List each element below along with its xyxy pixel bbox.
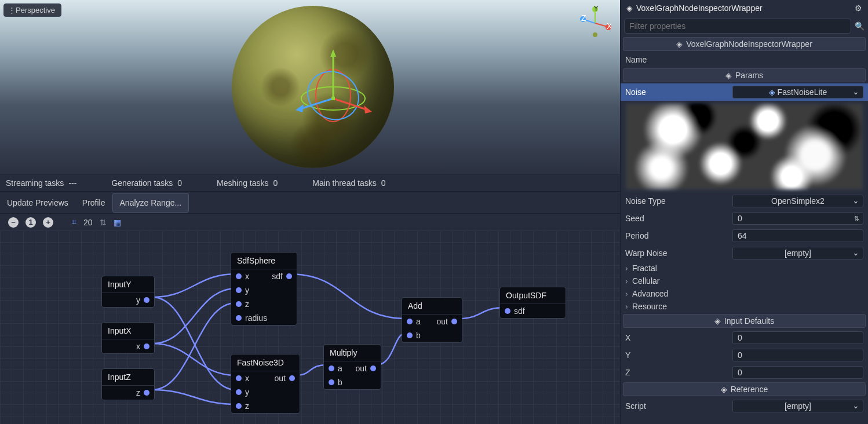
svg-point-33 <box>593 32 597 37</box>
input-default-x[interactable]: 0 <box>732 331 863 344</box>
settings-icon[interactable]: ⚙ <box>855 3 862 13</box>
zoom-in-icon[interactable]: + <box>43 217 53 228</box>
search-icon[interactable]: 🔍 <box>855 21 865 31</box>
noise-type-dropdown[interactable]: OpenSimplex2 <box>732 195 863 207</box>
noise-preview-image <box>625 103 863 190</box>
svg-text:Z: Z <box>581 13 586 23</box>
node-title: FastNoise3D <box>231 354 300 371</box>
status-bar: Streaming tasks--- Generation tasks0 Mes… <box>0 174 620 191</box>
inspector-panel: ◈VoxelGraphNodeInspectorWrapper ⚙ 🔍 ◈Vox… <box>620 0 868 424</box>
node-add[interactable]: Add aout b <box>402 297 462 343</box>
period-label: Period <box>625 231 732 240</box>
profile-button[interactable]: Profile <box>75 193 112 212</box>
noise-property-row[interactable]: Noise ◈ FastNoiseLite <box>621 83 868 101</box>
params-header: ◈Params <box>623 68 866 82</box>
input-default-z[interactable]: 0 <box>732 366 863 379</box>
port-in[interactable] <box>236 403 242 409</box>
node-multiply[interactable]: Multiply aout b <box>323 344 381 390</box>
zoom-out-icon[interactable]: − <box>8 217 19 228</box>
zoom-value: 20 <box>83 218 93 227</box>
node-input-x[interactable]: InputX x <box>101 322 155 354</box>
warp-noise-label: Warp Noise <box>625 248 732 258</box>
port-in[interactable] <box>407 319 413 324</box>
port-out[interactable] <box>370 365 376 371</box>
port-in[interactable] <box>236 301 242 307</box>
mainthread-tasks-value: 0 <box>381 178 386 188</box>
port-out[interactable] <box>144 390 149 396</box>
svg-line-24 <box>595 23 607 27</box>
viewport-3d[interactable]: X Y Z Perspective <box>0 0 620 174</box>
input-default-y[interactable]: 0 <box>732 349 863 361</box>
noise-type-label: Noise Type <box>625 196 732 206</box>
node-input-z[interactable]: InputZ z <box>101 368 155 400</box>
streaming-tasks-label: Streaming tasks <box>6 178 64 188</box>
node-output-sdf[interactable]: OutputSDF sdf <box>499 287 566 319</box>
port-in[interactable] <box>236 315 242 321</box>
mainthread-tasks-label: Main thread tasks <box>312 178 377 188</box>
meshing-tasks-value: 0 <box>273 178 278 188</box>
port-out[interactable] <box>451 319 457 324</box>
update-previews-button[interactable]: Update Previews <box>0 193 75 212</box>
minimap-icon[interactable]: ▦ <box>114 218 121 227</box>
port-in[interactable] <box>236 375 242 381</box>
inspector-title: VoxelGraphNodeInspectorWrapper <box>636 3 763 13</box>
script-label: Script <box>625 401 732 411</box>
cube-icon: ◈ <box>626 3 633 13</box>
generation-tasks-label: Generation tasks <box>111 178 173 188</box>
fractal-group[interactable]: Fractal <box>621 262 868 275</box>
filter-properties-input[interactable] <box>624 19 851 34</box>
name-label: Name <box>625 55 732 64</box>
node-sdf-sphere[interactable]: SdfSphere xsdf y z radius <box>231 252 297 326</box>
seed-input[interactable]: 0 <box>732 212 863 225</box>
script-dropdown[interactable]: [empty] <box>732 400 863 412</box>
node-title: Multiply <box>324 345 381 361</box>
port-in[interactable] <box>329 365 334 371</box>
snap-icon[interactable]: ⌗ <box>72 217 76 227</box>
port-in[interactable] <box>505 308 510 314</box>
axis-orientation-widget[interactable]: X Y Z <box>579 6 611 38</box>
warp-noise-dropdown[interactable]: [empty] <box>732 247 863 259</box>
streaming-tasks-value: --- <box>68 178 76 188</box>
noise-resource-dropdown[interactable]: ◈ FastNoiseLite <box>732 86 863 98</box>
input-default-x-label: X <box>625 333 732 342</box>
port-in[interactable] <box>236 273 242 279</box>
graph-tab-toolbar: Update Previews Profile Analyze Range... <box>0 191 620 213</box>
graph-zoom-toolbar: − 1 + ⌗ 20 ⇅ ▦ <box>0 213 620 231</box>
input-defaults-header: ◈Input Defaults <box>623 314 866 328</box>
cellular-group[interactable]: Cellular <box>621 275 868 287</box>
period-input[interactable]: 64 <box>732 229 863 242</box>
port-out[interactable] <box>144 297 149 303</box>
port-in[interactable] <box>236 389 242 395</box>
port-out[interactable] <box>289 375 295 381</box>
port-out[interactable] <box>286 273 292 279</box>
port-in[interactable] <box>329 379 334 385</box>
node-title: Add <box>402 298 462 315</box>
node-title: InputX <box>102 323 154 339</box>
zoom-reset-icon[interactable]: 1 <box>25 217 36 228</box>
seed-label: Seed <box>625 214 732 223</box>
advanced-group[interactable]: Advanced <box>621 287 868 300</box>
svg-text:Y: Y <box>593 6 599 13</box>
node-title: InputY <box>102 276 154 293</box>
port-in[interactable] <box>236 287 242 293</box>
generation-tasks-value: 0 <box>177 178 182 188</box>
port-out[interactable] <box>144 343 149 349</box>
graph-connections <box>0 231 620 424</box>
port-in[interactable] <box>407 332 413 338</box>
node-title: SdfSphere <box>231 253 297 269</box>
node-graph-area[interactable]: InputY y InputX x InputZ z SdfSphere xsd… <box>0 231 620 424</box>
voxel-mesh-preview <box>232 6 394 168</box>
class-name-header: ◈VoxelGraphNodeInspectorWrapper <box>623 37 866 51</box>
svg-text:X: X <box>607 21 611 31</box>
reference-header: ◈Reference <box>623 382 866 396</box>
node-fast-noise-3d[interactable]: FastNoise3D xout y z <box>231 354 300 414</box>
node-input-y[interactable]: InputY y <box>101 276 155 308</box>
perspective-button[interactable]: Perspective <box>3 3 61 17</box>
meshing-tasks-label: Meshing tasks <box>217 178 268 188</box>
node-title: InputZ <box>102 369 154 386</box>
analyze-range-button[interactable]: Analyze Range... <box>112 193 189 213</box>
input-default-y-label: Y <box>625 350 732 360</box>
snap-stepper-icon[interactable]: ⇅ <box>100 218 107 227</box>
input-default-z-label: Z <box>625 368 732 377</box>
resource-group[interactable]: Resource <box>621 300 868 313</box>
